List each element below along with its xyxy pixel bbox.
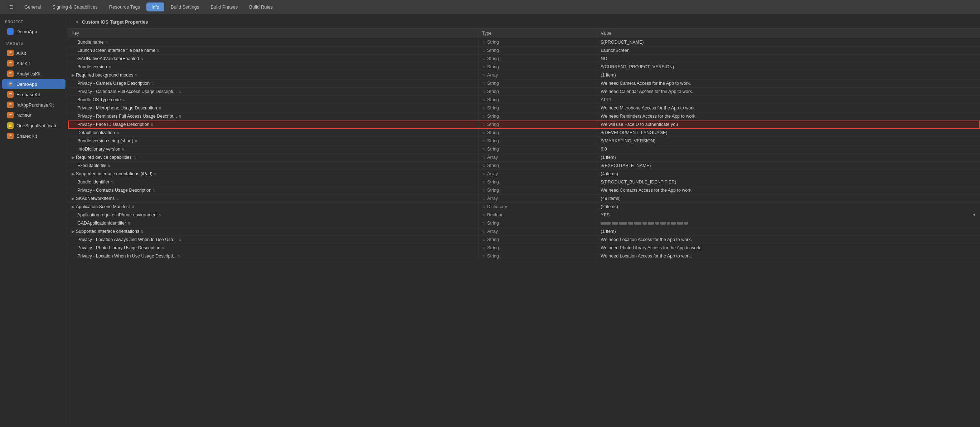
stepper-icon-19[interactable]: ⇅ (116, 197, 119, 201)
stepper-icon-17[interactable]: ⇅ (111, 180, 114, 184)
sidebar-item-demoapp[interactable]: 📦DemoApp (2, 79, 65, 89)
table-row[interactable]: InfoDictionary version ⇅⇅ String6.0 (68, 145, 980, 153)
table-row[interactable]: Privacy - Calendars Full Access Usage De… (68, 87, 980, 96)
stepper-icon-1[interactable]: ⇅ (157, 49, 160, 52)
stepper-icon-16[interactable]: ⇅ (154, 172, 157, 176)
type-stepper-20[interactable]: ⇅ (482, 205, 485, 209)
sidebar-item-sharedkit[interactable]: 📦SharedKit (2, 131, 65, 141)
stepper-icon-22[interactable]: ⇅ (127, 221, 130, 225)
tab-info[interactable]: Info (146, 3, 164, 11)
table-row[interactable]: Launch screen interface file base name ⇅… (68, 46, 980, 55)
table-row[interactable]: Privacy - Camera Usage Description ⇅⇅ St… (68, 79, 980, 87)
table-row[interactable]: Privacy - Reminders Full Access Usage De… (68, 112, 980, 121)
tab-build-phases[interactable]: Build Phases (205, 3, 243, 11)
tab-build-rules[interactable]: Build Rules (244, 3, 278, 11)
sidebar-item-notifkit[interactable]: 📦NotifKit (2, 110, 65, 120)
stepper-icon-0[interactable]: ⇅ (105, 40, 108, 44)
dropdown-arrow-21[interactable]: ▼ (972, 213, 977, 217)
type-stepper-18[interactable]: ⇅ (482, 189, 485, 192)
type-stepper-6[interactable]: ⇅ (482, 90, 485, 94)
type-stepper-25[interactable]: ⇅ (482, 246, 485, 250)
table-row[interactable]: ▶ Supported interface orientations (iPad… (68, 170, 980, 178)
stepper-icon-11[interactable]: ⇅ (116, 131, 119, 135)
collapse-icon[interactable]: ▼ (75, 20, 79, 24)
table-row[interactable]: Privacy - Location When In Use Usage Des… (68, 252, 980, 260)
type-stepper-14[interactable]: ⇅ (482, 156, 485, 159)
stepper-icon-7[interactable]: ⇅ (122, 98, 125, 102)
table-row[interactable]: ▶ SKAdNetworkItems ⇅⇅ Array(49 items) (68, 195, 980, 203)
tab-resource-tags[interactable]: Resource Tags (104, 3, 145, 11)
stepper-icon-21[interactable]: ⇅ (159, 213, 162, 217)
table-row[interactable]: Bundle version ⇅⇅ String$(CURRENT_PROJEC… (68, 63, 980, 71)
expander-icon-14[interactable]: ▶ (72, 155, 75, 160)
table-row[interactable]: Default localization ⇅⇅ String$(DEVELOPM… (68, 129, 980, 137)
expander-icon-4[interactable]: ▶ (72, 73, 75, 78)
sidebar-toggle-button[interactable]: ☰ (7, 3, 15, 11)
stepper-icon-2[interactable]: ⇅ (140, 57, 143, 61)
stepper-icon-10[interactable]: ⇅ (151, 123, 154, 127)
type-stepper-1[interactable]: ⇅ (482, 49, 485, 52)
sidebar-item-inapppurchasekit[interactable]: 📦InAppPurchaseKit (2, 100, 65, 110)
type-stepper-11[interactable]: ⇅ (482, 131, 485, 135)
expander-icon-16[interactable]: ▶ (72, 171, 75, 176)
table-row[interactable]: GADNativeAdValidatorEnabled ⇅⇅ StringNO (68, 55, 980, 63)
type-stepper-5[interactable]: ⇅ (482, 81, 485, 86)
stepper-icon-3[interactable]: ⇅ (108, 65, 111, 69)
stepper-icon-24[interactable]: ⇅ (178, 238, 181, 242)
type-stepper-4[interactable]: ⇅ (482, 73, 485, 77)
table-row[interactable]: ▶ Required background modes ⇅⇅ Array(1 i… (68, 71, 980, 79)
table-row[interactable]: ▶ Supported interface orientations ⇅⇅ Ar… (68, 227, 980, 236)
table-row[interactable]: Bundle identifier ⇅⇅ String$(PRODUCT_BUN… (68, 178, 980, 186)
type-stepper-15[interactable]: ⇅ (482, 164, 485, 168)
table-row[interactable]: Privacy - Face ID Usage Description ⇅⇅ S… (68, 121, 980, 129)
type-stepper-24[interactable]: ⇅ (482, 238, 485, 242)
type-stepper-9[interactable]: ⇅ (482, 114, 485, 118)
type-stepper-19[interactable]: ⇅ (482, 197, 485, 201)
stepper-icon-6[interactable]: ⇅ (178, 90, 181, 94)
stepper-icon-14[interactable]: ⇅ (133, 156, 136, 159)
table-row[interactable]: ▶ Required device capabilities ⇅⇅ Array(… (68, 153, 980, 162)
stepper-icon-18[interactable]: ⇅ (153, 189, 156, 192)
type-stepper-0[interactable]: ⇅ (482, 40, 485, 44)
table-row[interactable]: GADApplicationIdentifier ⇅⇅ String (68, 219, 980, 227)
table-row[interactable]: Bundle version string (short) ⇅⇅ String$… (68, 137, 980, 145)
type-stepper-23[interactable]: ⇅ (482, 230, 485, 233)
tab-build-settings[interactable]: Build Settings (166, 3, 204, 11)
stepper-icon-9[interactable]: ⇅ (178, 114, 181, 118)
table-row[interactable]: Executable file ⇅⇅ String$(EXECUTABLE_NA… (68, 162, 980, 170)
expander-icon-23[interactable]: ▶ (72, 229, 75, 234)
type-stepper-16[interactable]: ⇅ (482, 172, 485, 176)
expander-icon-20[interactable]: ▶ (72, 205, 75, 209)
type-stepper-22[interactable]: ⇅ (482, 221, 485, 225)
type-stepper-7[interactable]: ⇅ (482, 98, 485, 102)
sidebar-item-project[interactable]: 🔹 DemoApp (2, 27, 65, 37)
stepper-icon-8[interactable]: ⇅ (159, 106, 161, 110)
type-stepper-21[interactable]: ⇅ (482, 213, 485, 217)
tab-signing[interactable]: Signing & Capabilities (47, 3, 102, 11)
sidebar-item-analyticskit[interactable]: 📦AnalyticsKit (2, 69, 65, 79)
stepper-icon-4[interactable]: ⇅ (135, 73, 138, 77)
stepper-icon-5[interactable]: ⇅ (151, 81, 154, 86)
table-row[interactable]: Privacy - Microphone Usage Description ⇅… (68, 104, 980, 112)
table-row[interactable]: Bundle name ⇅⇅ String$(PRODUCT_NAME) (68, 38, 980, 46)
stepper-icon-26[interactable]: ⇅ (178, 254, 181, 258)
sidebar-item-firebasekit[interactable]: 📦FirebaseKit (2, 89, 65, 99)
expander-icon-19[interactable]: ▶ (72, 196, 75, 201)
table-row[interactable]: Privacy - Contacts Usage Description ⇅⇅ … (68, 186, 980, 195)
stepper-icon-13[interactable]: ⇅ (122, 148, 124, 151)
table-row[interactable]: Bundle OS Type code ⇅⇅ StringAPPL (68, 96, 980, 104)
sidebar-item-onesignalnotification[interactable]: 🔔OneSignalNotificati... (2, 121, 65, 130)
table-row[interactable]: Application requires iPhone environment … (68, 211, 980, 219)
type-stepper-12[interactable]: ⇅ (482, 139, 485, 143)
stepper-icon-23[interactable]: ⇅ (141, 230, 143, 233)
tab-general[interactable]: General (19, 3, 46, 11)
type-stepper-2[interactable]: ⇅ (482, 57, 485, 61)
stepper-icon-20[interactable]: ⇅ (131, 205, 134, 209)
type-stepper-13[interactable]: ⇅ (482, 148, 485, 151)
type-stepper-17[interactable]: ⇅ (482, 180, 485, 184)
table-row[interactable]: Privacy - Location Always and When In Us… (68, 236, 980, 244)
table-row[interactable]: ▶ Application Scene Manifest ⇅⇅ Dictiona… (68, 203, 980, 211)
stepper-icon-25[interactable]: ⇅ (162, 246, 165, 250)
stepper-icon-15[interactable]: ⇅ (108, 164, 111, 168)
sidebar-item-alkit[interactable]: 📦AlKit (2, 48, 65, 58)
